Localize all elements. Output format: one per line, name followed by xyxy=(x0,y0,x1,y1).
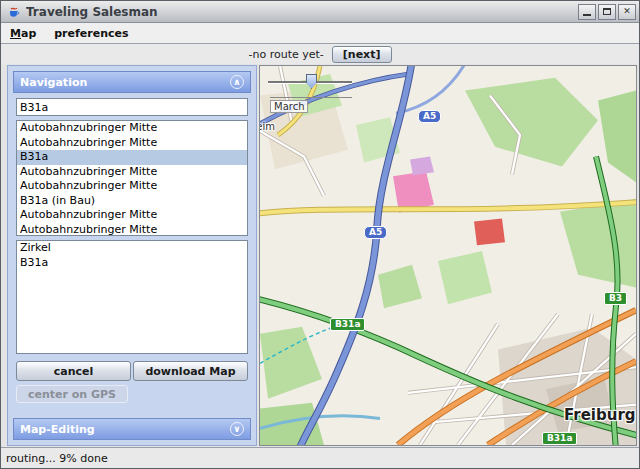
navigation-pane-body: Autobahnzubringer Mitte Autobahnzubringe… xyxy=(13,93,251,403)
sidebar: Navigation ∧ Autobahnzubringer Mitte Aut… xyxy=(7,65,257,446)
road-badge-a5: A5 xyxy=(418,110,441,123)
minimize-button[interactable] xyxy=(578,4,596,20)
list-item[interactable]: Autobahnzubringer Mitte xyxy=(17,223,247,237)
list-item[interactable]: Autobahnzubringer Mitte xyxy=(17,121,247,136)
menu-bar: Map preferences xyxy=(1,23,639,44)
menu-map[interactable]: Map xyxy=(1,23,45,43)
status-text: routing... 9% done xyxy=(6,452,108,465)
close-icon: ✕ xyxy=(623,7,631,16)
road-badge-b31a: B31a xyxy=(330,318,365,331)
status-bar: routing... 9% done xyxy=(1,447,639,468)
navigation-pane-title: Navigation xyxy=(20,76,87,89)
route-toolbar: -no route yet- [next] xyxy=(1,44,639,64)
list-item-selected[interactable]: B31a xyxy=(17,150,247,165)
collapse-chevron-up-icon[interactable]: ∧ xyxy=(230,75,244,89)
navigation-pane-header[interactable]: Navigation ∧ xyxy=(13,71,251,93)
window-title: Traveling Salesman xyxy=(26,5,576,19)
menu-preferences[interactable]: preferences xyxy=(45,23,137,43)
map-editing-pane-header[interactable]: Map-Editing ∨ xyxy=(13,418,251,440)
road-badge-b3: B3 xyxy=(604,292,627,305)
next-button[interactable]: [next] xyxy=(332,46,392,63)
main-content: Navigation ∧ Autobahnzubringer Mitte Aut… xyxy=(1,64,639,447)
center-on-gps-button: center on GPS xyxy=(16,385,128,403)
maximize-button[interactable] xyxy=(598,4,616,20)
list-item[interactable]: Zirkel xyxy=(17,241,247,256)
download-map-button[interactable]: download Map xyxy=(133,361,248,381)
city-label-freiburg: Freiburg xyxy=(564,406,636,424)
list-item[interactable]: Autobahnzubringer Mitte xyxy=(17,165,247,180)
navigation-buttons: cancel download Map xyxy=(16,361,248,381)
sidebar-spacer xyxy=(13,403,251,418)
app-window: Traveling Salesman ✕ Map preferences -no… xyxy=(0,0,640,469)
list-item[interactable]: Autobahnzubringer Mitte xyxy=(17,136,247,151)
list-item[interactable]: B31a (in Bau) xyxy=(17,194,247,209)
road-badge-b31a: B31a xyxy=(542,432,577,445)
list-item[interactable]: Autobahnzubringer Mitte xyxy=(17,179,247,194)
maximize-icon xyxy=(603,8,611,15)
list-item[interactable]: Autobahnzubringer Mitte xyxy=(17,208,247,223)
town-label-partial: heim xyxy=(259,121,275,132)
map-editing-pane-title: Map-Editing xyxy=(20,423,95,436)
cancel-button[interactable]: cancel xyxy=(16,361,131,381)
town-label-march: March xyxy=(270,100,308,113)
search-results-list[interactable]: Autobahnzubringer Mitte Autobahnzubringe… xyxy=(16,120,248,236)
title-bar[interactable]: Traveling Salesman ✕ xyxy=(1,1,639,23)
java-icon xyxy=(6,4,22,19)
route-stops-list[interactable]: Zirkel B31a xyxy=(16,240,248,354)
map-canvas xyxy=(260,66,636,445)
road-badge-a5: A5 xyxy=(364,226,387,239)
collapse-chevron-down-icon[interactable]: ∨ xyxy=(230,422,244,436)
minimize-icon xyxy=(583,14,591,16)
map-scale-bar xyxy=(270,97,352,98)
close-button[interactable]: ✕ xyxy=(618,4,636,20)
map-view[interactable]: A5 A5 B31a B3 B31a March heim Freiburg xyxy=(259,65,637,446)
zoom-slider[interactable] xyxy=(266,70,358,100)
zoom-slider-thumb[interactable] xyxy=(306,74,317,89)
route-status-label: -no route yet- xyxy=(249,48,324,61)
list-item[interactable]: B31a xyxy=(17,256,247,271)
search-input[interactable] xyxy=(16,98,248,116)
